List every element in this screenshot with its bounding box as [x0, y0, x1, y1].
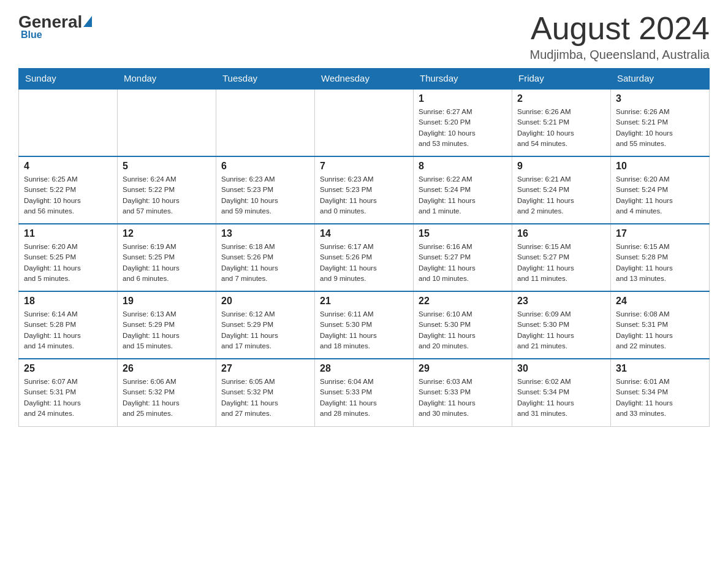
calendar-table: Sunday Monday Tuesday Wednesday Thursday… — [18, 68, 710, 427]
day-info: Sunrise: 6:05 AM Sunset: 5:32 PM Dayligh… — [221, 377, 309, 419]
day-info: Sunrise: 6:07 AM Sunset: 5:31 PM Dayligh… — [24, 377, 112, 419]
calendar-cell: 21Sunrise: 6:11 AM Sunset: 5:30 PM Dayli… — [315, 291, 414, 359]
col-tuesday: Tuesday — [216, 68, 315, 89]
header-row: Sunday Monday Tuesday Wednesday Thursday… — [19, 68, 710, 89]
calendar-cell: 1Sunrise: 6:27 AM Sunset: 5:20 PM Daylig… — [414, 89, 512, 156]
day-info: Sunrise: 6:15 AM Sunset: 5:28 PM Dayligh… — [616, 242, 704, 284]
calendar-cell: 3Sunrise: 6:26 AM Sunset: 5:21 PM Daylig… — [611, 89, 710, 156]
day-number: 20 — [221, 296, 309, 307]
calendar-week-3: 11Sunrise: 6:20 AM Sunset: 5:25 PM Dayli… — [19, 224, 710, 291]
day-info: Sunrise: 6:17 AM Sunset: 5:26 PM Dayligh… — [320, 242, 408, 284]
day-number: 12 — [123, 228, 211, 239]
day-info: Sunrise: 6:06 AM Sunset: 5:32 PM Dayligh… — [123, 377, 211, 419]
logo-blue-text: Blue — [21, 29, 42, 40]
day-info: Sunrise: 6:11 AM Sunset: 5:30 PM Dayligh… — [320, 309, 408, 351]
calendar-cell: 9Sunrise: 6:21 AM Sunset: 5:24 PM Daylig… — [512, 156, 611, 224]
day-info: Sunrise: 6:15 AM Sunset: 5:27 PM Dayligh… — [517, 242, 605, 284]
logo-triangle-icon — [83, 16, 92, 27]
day-info: Sunrise: 6:24 AM Sunset: 5:22 PM Dayligh… — [123, 174, 211, 216]
day-number: 7 — [320, 161, 408, 172]
day-info: Sunrise: 6:03 AM Sunset: 5:33 PM Dayligh… — [419, 377, 507, 419]
calendar-cell — [216, 89, 315, 156]
day-info: Sunrise: 6:01 AM Sunset: 5:34 PM Dayligh… — [616, 377, 704, 419]
day-number: 28 — [320, 363, 408, 374]
day-info: Sunrise: 6:10 AM Sunset: 5:30 PM Dayligh… — [419, 309, 507, 351]
col-wednesday: Wednesday — [315, 68, 414, 89]
day-number: 9 — [517, 161, 605, 172]
calendar-body: 1Sunrise: 6:27 AM Sunset: 5:20 PM Daylig… — [19, 89, 710, 426]
calendar-week-1: 1Sunrise: 6:27 AM Sunset: 5:20 PM Daylig… — [19, 89, 710, 156]
calendar-cell: 10Sunrise: 6:20 AM Sunset: 5:24 PM Dayli… — [611, 156, 710, 224]
calendar-week-5: 25Sunrise: 6:07 AM Sunset: 5:31 PM Dayli… — [19, 359, 710, 426]
calendar-cell: 25Sunrise: 6:07 AM Sunset: 5:31 PM Dayli… — [19, 359, 118, 426]
calendar-cell: 22Sunrise: 6:10 AM Sunset: 5:30 PM Dayli… — [414, 291, 512, 359]
calendar-week-4: 18Sunrise: 6:14 AM Sunset: 5:28 PM Dayli… — [19, 291, 710, 359]
day-info: Sunrise: 6:25 AM Sunset: 5:22 PM Dayligh… — [24, 174, 112, 216]
calendar-cell — [315, 89, 414, 156]
day-info: Sunrise: 6:19 AM Sunset: 5:25 PM Dayligh… — [123, 242, 211, 284]
page-header: General Blue August 2024 Mudjimba, Queen… — [18, 12, 710, 62]
col-sunday: Sunday — [19, 68, 118, 89]
calendar-cell: 8Sunrise: 6:22 AM Sunset: 5:24 PM Daylig… — [414, 156, 512, 224]
day-number: 25 — [24, 363, 112, 374]
day-number: 18 — [24, 296, 112, 307]
calendar-cell: 5Sunrise: 6:24 AM Sunset: 5:22 PM Daylig… — [118, 156, 216, 224]
day-number: 3 — [616, 93, 704, 104]
day-number: 22 — [419, 296, 507, 307]
day-info: Sunrise: 6:02 AM Sunset: 5:34 PM Dayligh… — [517, 377, 605, 419]
col-saturday: Saturday — [611, 68, 710, 89]
calendar-cell: 23Sunrise: 6:09 AM Sunset: 5:30 PM Dayli… — [512, 291, 611, 359]
day-info: Sunrise: 6:26 AM Sunset: 5:21 PM Dayligh… — [517, 107, 605, 149]
calendar-cell: 27Sunrise: 6:05 AM Sunset: 5:32 PM Dayli… — [216, 359, 315, 426]
day-info: Sunrise: 6:26 AM Sunset: 5:21 PM Dayligh… — [616, 107, 704, 149]
month-title: August 2024 — [530, 12, 710, 44]
day-number: 8 — [419, 161, 507, 172]
day-number: 31 — [616, 363, 704, 374]
col-monday: Monday — [118, 68, 216, 89]
day-number: 4 — [24, 161, 112, 172]
day-number: 10 — [616, 161, 704, 172]
calendar-cell — [19, 89, 118, 156]
day-info: Sunrise: 6:14 AM Sunset: 5:28 PM Dayligh… — [24, 309, 112, 351]
calendar-cell: 28Sunrise: 6:04 AM Sunset: 5:33 PM Dayli… — [315, 359, 414, 426]
calendar-cell: 20Sunrise: 6:12 AM Sunset: 5:29 PM Dayli… — [216, 291, 315, 359]
day-number: 19 — [123, 296, 211, 307]
calendar-cell: 16Sunrise: 6:15 AM Sunset: 5:27 PM Dayli… — [512, 224, 611, 291]
day-info: Sunrise: 6:18 AM Sunset: 5:26 PM Dayligh… — [221, 242, 309, 284]
col-thursday: Thursday — [414, 68, 512, 89]
logo: General Blue — [18, 12, 92, 40]
calendar-cell: 2Sunrise: 6:26 AM Sunset: 5:21 PM Daylig… — [512, 89, 611, 156]
day-info: Sunrise: 6:23 AM Sunset: 5:23 PM Dayligh… — [221, 174, 309, 216]
calendar-cell: 18Sunrise: 6:14 AM Sunset: 5:28 PM Dayli… — [19, 291, 118, 359]
calendar-cell: 17Sunrise: 6:15 AM Sunset: 5:28 PM Dayli… — [611, 224, 710, 291]
calendar-cell: 15Sunrise: 6:16 AM Sunset: 5:27 PM Dayli… — [414, 224, 512, 291]
calendar-cell: 30Sunrise: 6:02 AM Sunset: 5:34 PM Dayli… — [512, 359, 611, 426]
day-number: 13 — [221, 228, 309, 239]
day-info: Sunrise: 6:23 AM Sunset: 5:23 PM Dayligh… — [320, 174, 408, 216]
day-info: Sunrise: 6:09 AM Sunset: 5:30 PM Dayligh… — [517, 309, 605, 351]
day-number: 14 — [320, 228, 408, 239]
calendar-header: Sunday Monday Tuesday Wednesday Thursday… — [19, 68, 710, 89]
calendar-cell: 4Sunrise: 6:25 AM Sunset: 5:22 PM Daylig… — [19, 156, 118, 224]
day-info: Sunrise: 6:08 AM Sunset: 5:31 PM Dayligh… — [616, 309, 704, 351]
day-number: 21 — [320, 296, 408, 307]
day-info: Sunrise: 6:22 AM Sunset: 5:24 PM Dayligh… — [419, 174, 507, 216]
day-number: 29 — [419, 363, 507, 374]
day-info: Sunrise: 6:20 AM Sunset: 5:25 PM Dayligh… — [24, 242, 112, 284]
calendar-cell: 31Sunrise: 6:01 AM Sunset: 5:34 PM Dayli… — [611, 359, 710, 426]
day-number: 15 — [419, 228, 507, 239]
day-info: Sunrise: 6:21 AM Sunset: 5:24 PM Dayligh… — [517, 174, 605, 216]
day-number: 6 — [221, 161, 309, 172]
day-number: 2 — [517, 93, 605, 104]
day-info: Sunrise: 6:27 AM Sunset: 5:20 PM Dayligh… — [419, 107, 507, 149]
calendar-cell: 29Sunrise: 6:03 AM Sunset: 5:33 PM Dayli… — [414, 359, 512, 426]
day-number: 5 — [123, 161, 211, 172]
day-number: 23 — [517, 296, 605, 307]
calendar-cell: 13Sunrise: 6:18 AM Sunset: 5:26 PM Dayli… — [216, 224, 315, 291]
location-text: Mudjimba, Queensland, Australia — [530, 48, 710, 62]
calendar-cell: 7Sunrise: 6:23 AM Sunset: 5:23 PM Daylig… — [315, 156, 414, 224]
day-number: 30 — [517, 363, 605, 374]
calendar-cell: 11Sunrise: 6:20 AM Sunset: 5:25 PM Dayli… — [19, 224, 118, 291]
day-number: 24 — [616, 296, 704, 307]
calendar-week-2: 4Sunrise: 6:25 AM Sunset: 5:22 PM Daylig… — [19, 156, 710, 224]
